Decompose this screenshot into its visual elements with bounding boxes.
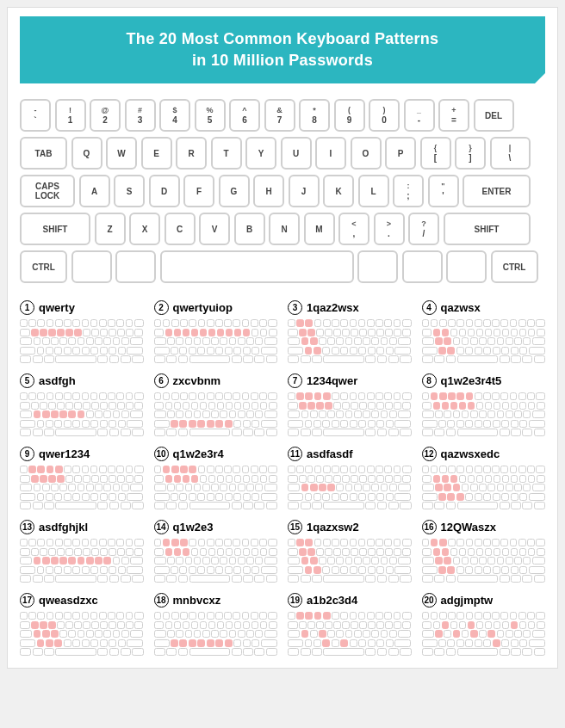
key: Y [245, 137, 276, 170]
mini-key [350, 539, 357, 546]
mini-key [323, 502, 363, 509]
mini-key [345, 337, 353, 345]
mini-key [20, 557, 32, 565]
key: :; [393, 175, 424, 207]
mini-key [211, 484, 219, 491]
mini-key [475, 392, 482, 400]
mini-key [224, 392, 232, 400]
mini-key [296, 466, 304, 473]
mini-key [246, 410, 254, 418]
key: %5 [195, 99, 226, 132]
mini-key [305, 347, 313, 355]
mini-key [33, 575, 43, 583]
mini-key [59, 630, 67, 638]
mini-key [523, 410, 531, 418]
mini-row [20, 420, 144, 428]
key-top-label: : [407, 182, 410, 191]
mini-key [386, 493, 394, 501]
mini-key [333, 475, 340, 483]
mini-key [358, 466, 366, 473]
mini-key [100, 329, 107, 336]
key: &7 [264, 99, 295, 132]
mini-key [457, 502, 498, 509]
mini-key [233, 420, 241, 428]
mini-key [220, 557, 227, 565]
mini-row [154, 329, 278, 336]
mini-key [492, 466, 500, 473]
mini-key [510, 319, 518, 327]
mini-row [288, 429, 412, 436]
mini-key [20, 410, 32, 418]
mini-key [519, 493, 527, 501]
mini-key [171, 566, 178, 574]
mini-key [466, 319, 474, 327]
mini-key [178, 355, 189, 363]
mini-key [95, 484, 102, 491]
key-label: SHIFT [43, 225, 68, 234]
mini-key [456, 319, 464, 327]
key: *8 [299, 99, 330, 132]
mini-key [288, 319, 295, 327]
mini-key [519, 347, 527, 355]
mini-row [20, 502, 144, 509]
mini-key [180, 466, 188, 473]
mini-row [422, 347, 546, 355]
mini-key [376, 466, 383, 473]
mini-key [351, 548, 357, 556]
mini-row [20, 612, 144, 620]
mini-key [243, 429, 253, 436]
mini-row [288, 566, 412, 574]
mini-key [385, 329, 392, 336]
key: _- [404, 99, 435, 132]
mini-key [301, 484, 309, 491]
mini-key [82, 566, 90, 574]
mini-row [288, 355, 412, 363]
mini-key [476, 402, 483, 410]
mini-key [459, 621, 466, 629]
mini-key [398, 484, 411, 491]
mini-row [154, 392, 278, 400]
mini-key [433, 475, 440, 483]
mini-key [234, 548, 241, 556]
mini-key [134, 319, 144, 327]
mini-key [310, 410, 318, 418]
mini-key [501, 639, 509, 647]
key-label: CTRL [503, 262, 526, 272]
mini-key [57, 402, 64, 410]
mini-key [322, 347, 330, 355]
mini-key [121, 429, 131, 436]
mini-key [47, 392, 54, 400]
mini-key [268, 466, 277, 473]
mini-key [493, 639, 500, 647]
pattern-header: 18mnbvcxz [154, 593, 278, 608]
mini-key [358, 566, 366, 574]
mini-key [483, 566, 491, 574]
mini-key [325, 475, 332, 483]
mini-key [376, 539, 383, 546]
mini-key [118, 639, 126, 647]
mini-key [497, 410, 505, 418]
mini-key [154, 355, 165, 363]
key: C [165, 213, 196, 245]
mini-key [232, 502, 242, 509]
mini-key [126, 402, 133, 410]
mini-key [422, 337, 434, 345]
mini-key [422, 621, 432, 629]
mini-key [246, 337, 254, 345]
mini-key [468, 475, 475, 483]
mini-key [31, 475, 38, 483]
mini-key [296, 392, 304, 400]
mini-key [234, 475, 241, 483]
mini-key [323, 466, 331, 473]
mini-key [288, 347, 303, 355]
key: R [176, 137, 207, 170]
mini-key [28, 539, 36, 546]
mini-key [189, 539, 196, 546]
mini-key [332, 612, 339, 620]
mini-key [130, 557, 143, 565]
mini-key [376, 566, 384, 574]
key: DEL [474, 99, 514, 132]
mini-key [459, 548, 466, 556]
mini-key [108, 466, 115, 473]
mini-key [350, 347, 357, 355]
